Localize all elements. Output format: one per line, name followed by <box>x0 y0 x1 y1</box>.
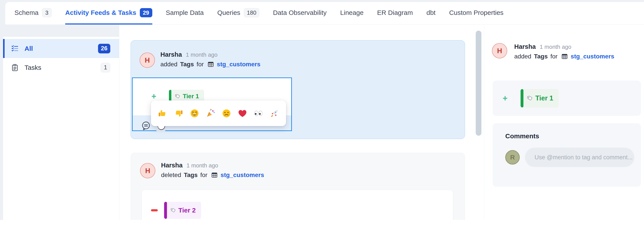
action-preposition: for <box>200 172 208 178</box>
tab-label: Data Observability <box>273 9 326 16</box>
action-verb: added <box>160 61 178 68</box>
red-heart-icon[interactable] <box>238 108 248 118</box>
avatar: R <box>505 150 520 164</box>
background-gap-left <box>0 37 3 220</box>
tab-data-observability[interactable]: Data Observability <box>273 2 326 24</box>
tab-label: dbt <box>426 9 436 16</box>
change-content-panel: Tier 2 <box>142 190 453 220</box>
comment-icon[interactable] <box>141 120 151 131</box>
tab-schema[interactable]: Schema 3 <box>14 2 52 24</box>
slightly-frowning-face-icon[interactable] <box>222 108 232 118</box>
sidebar-item-label: Tasks <box>24 64 41 71</box>
tab-label: Queries <box>217 9 240 16</box>
timestamp: 1 month ago <box>540 44 571 50</box>
tag-color-bar <box>520 89 524 108</box>
feed-scrollbar-thumb[interactable] <box>476 31 482 136</box>
asset-link[interactable]: stg_customers <box>217 61 260 68</box>
sidebar-item-label: All <box>24 45 33 52</box>
tab-label: Lineage <box>340 9 364 16</box>
timestamp: 1 month ago <box>186 52 218 58</box>
background-gap <box>0 25 119 37</box>
avatar: H <box>492 43 507 58</box>
comments-title: Comments <box>505 132 634 140</box>
tag-icon <box>526 95 533 102</box>
timestamp: 1 month ago <box>186 162 218 169</box>
avatar: H <box>140 52 155 68</box>
thumbs-down-icon[interactable] <box>174 108 184 118</box>
eyes-icon[interactable] <box>254 108 264 118</box>
action-object: Tags <box>180 61 194 68</box>
asset-link[interactable]: stg_customers <box>571 53 614 60</box>
checklist-icon <box>11 45 19 52</box>
tag-change-row: Tier 2 <box>151 202 201 219</box>
tab-label: Activity Feeds & Tasks <box>65 9 136 16</box>
tab-sample-data[interactable]: Sample Data <box>166 2 204 24</box>
activity-filter-sidebar: All 26 Tasks 1 <box>3 37 119 220</box>
tab-lineage[interactable]: Lineage <box>340 2 364 24</box>
tag-chip-tier-2[interactable]: Tier 2 <box>164 202 201 219</box>
action-verb: deleted <box>161 172 181 178</box>
tag-label: Tier 1 <box>535 94 553 102</box>
action-object: Tags <box>184 172 198 178</box>
tab-count-badge: 180 <box>244 8 259 17</box>
asset-link[interactable]: stg_customers <box>220 172 264 178</box>
added-sign: + <box>503 94 508 102</box>
reaction-picker-popup <box>151 100 286 126</box>
tab-queries[interactable]: Queries 180 <box>217 2 259 24</box>
panel-divider <box>484 25 484 220</box>
deleted-sign <box>151 209 158 212</box>
activity-card-added-tags[interactable]: H Harsha 1 month ago added Tags for stg_… <box>131 40 465 139</box>
tag-color-bar <box>164 202 167 219</box>
grinning-face-icon[interactable] <box>190 108 200 118</box>
table-icon <box>211 172 218 178</box>
tab-count-badge: 3 <box>42 8 52 17</box>
comments-card: Comments R <box>492 123 641 187</box>
tab-label: Sample Data <box>166 9 204 16</box>
change-selection-box: + Tier 1 <box>132 78 292 131</box>
user-name: Harsha <box>160 51 182 58</box>
added-sign: + <box>152 92 156 100</box>
tab-label: ER Diagram <box>377 9 413 16</box>
tab-dbt[interactable]: dbt <box>426 2 436 24</box>
tab-activity-feeds-tasks[interactable]: Activity Feeds & Tasks 29 <box>65 2 152 24</box>
sidebar-item-all[interactable]: All 26 <box>3 39 119 58</box>
detail-change-card: + Tier 1 <box>492 80 641 116</box>
party-popper-icon[interactable] <box>206 108 216 118</box>
user-name: Harsha <box>161 162 182 169</box>
tab-label: Custom Properties <box>449 9 503 16</box>
table-icon <box>207 61 214 68</box>
avatar: H <box>140 163 155 178</box>
activity-card-deleted-tags[interactable]: H Harsha 1 month ago deleted Tags for st… <box>131 153 465 220</box>
tab-count-badge: 29 <box>140 8 152 17</box>
tag-chip-tier-1[interactable]: Tier 1 <box>520 89 558 108</box>
thumbs-up-icon[interactable] <box>158 108 168 118</box>
clipboard-icon <box>11 64 19 72</box>
tab-er-diagram[interactable]: ER Diagram <box>377 2 413 24</box>
action-verb: added <box>514 53 531 60</box>
activity-content-area: All 26 Tasks 1 H Harsha 1 month ago <box>0 25 644 220</box>
tag-label: Tier 1 <box>183 93 199 100</box>
table-icon <box>561 53 568 60</box>
sidebar-count-badge: 26 <box>98 44 110 54</box>
rocket-icon[interactable] <box>269 108 280 118</box>
tag-icon <box>170 207 176 213</box>
tab-label: Schema <box>14 9 38 16</box>
tag-icon <box>174 93 180 99</box>
active-indicator-bar <box>3 39 4 58</box>
action-preposition: for <box>550 53 558 60</box>
bottom-whitespace <box>0 220 644 244</box>
action-object: Tags <box>534 53 548 60</box>
action-preposition: for <box>196 61 204 68</box>
user-name: Harsha <box>514 43 536 50</box>
tag-label: Tier 2 <box>178 206 196 214</box>
sidebar-count-badge: 1 <box>101 63 110 72</box>
sidebar-item-tasks[interactable]: Tasks 1 <box>3 58 119 77</box>
comment-input[interactable] <box>525 148 634 167</box>
asset-tab-bar: Schema 3 Activity Feeds & Tasks 29 Sampl… <box>5 2 644 25</box>
tab-custom-properties[interactable]: Custom Properties <box>449 2 503 24</box>
